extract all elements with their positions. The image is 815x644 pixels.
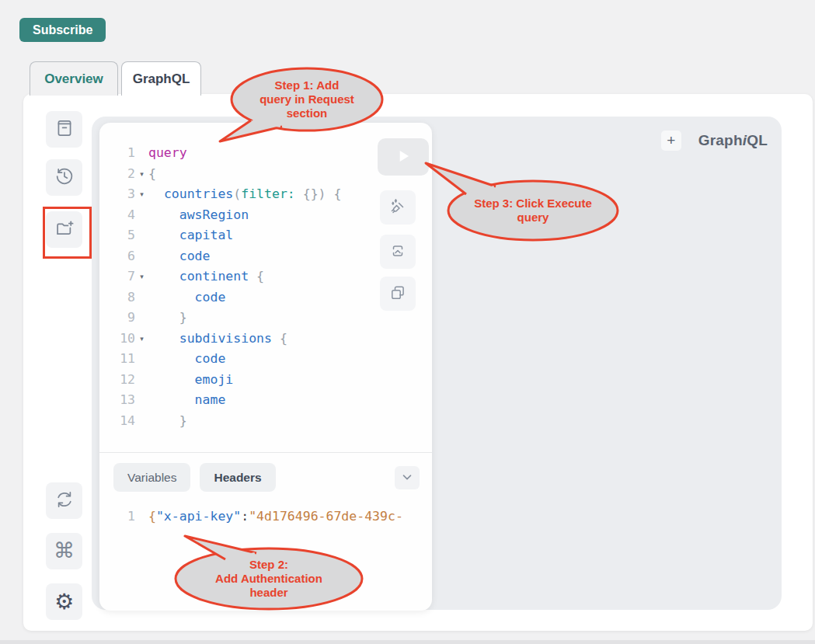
query-editor[interactable]: 1query2▾{3▾ countries(filter: {}) {4 aws… [110, 143, 371, 431]
code-line: 11 code [110, 349, 371, 370]
session-header: + GraphiQL [661, 131, 768, 151]
copy-button[interactable] [380, 277, 416, 311]
code-line: 13 name [110, 390, 371, 411]
docs-button[interactable] [46, 111, 82, 148]
code-line: 7▾ continent { [110, 266, 371, 287]
docs-icon [54, 118, 75, 141]
bottom-strip [0, 640, 815, 644]
editor-card: 1query2▾{3▾ countries(filter: {}) {4 aws… [99, 123, 432, 611]
code-line: 5 capital [110, 225, 371, 246]
settings-button[interactable]: ⚙ [46, 583, 82, 620]
code-line: 10▾ subdivisions { [110, 329, 371, 350]
tab-graphql-label: GraphQL [133, 71, 190, 87]
red-highlight-box [43, 207, 92, 259]
history-icon [54, 166, 75, 189]
prettify-icon [388, 197, 407, 218]
tab-overview[interactable]: Overview [30, 61, 118, 96]
collapse-editor-button[interactable] [395, 466, 420, 489]
merge-icon [388, 242, 407, 263]
shortcuts-button[interactable]: ⌘ [46, 533, 82, 569]
code-line: 2▾{ [110, 164, 371, 185]
merge-fragments-button[interactable] [380, 235, 416, 269]
secondary-editor-tabs: Variables Headers [113, 463, 276, 492]
refetch-schema-button[interactable] [46, 482, 82, 519]
code-line: 9 } [110, 308, 371, 329]
subscribe-button[interactable]: Subscribe [19, 18, 106, 42]
history-button[interactable] [46, 159, 82, 196]
graphiql-session: + GraphiQL 1query2▾{3▾ countries(filter:… [92, 117, 782, 610]
code-line: 14 } [110, 411, 371, 432]
editor-divider [99, 452, 432, 453]
code-line: 4 awsRegion [110, 205, 371, 226]
execute-button[interactable] [378, 138, 429, 176]
play-icon [393, 146, 413, 169]
variables-tab[interactable]: Variables [113, 463, 190, 492]
gear-icon: ⚙ [54, 591, 74, 613]
graphiql-logo: GraphiQL [698, 132, 768, 149]
prettify-button[interactable] [380, 190, 416, 225]
headers-tab[interactable]: Headers [200, 463, 275, 492]
code-line: 8 code [110, 287, 371, 308]
page: Subscribe Overview GraphQL [0, 0, 815, 644]
code-line: 12 emoji [110, 370, 371, 391]
refresh-icon [54, 489, 75, 512]
code-line: 1{"x-api-key":"4d176496-67de-439c- [110, 506, 427, 527]
code-line: 3▾ countries(filter: {}) { [110, 184, 371, 205]
headers-editor[interactable]: 1{"x-api-key":"4d176496-67de-439c- [110, 506, 427, 527]
command-icon: ⌘ [54, 541, 75, 562]
tab-graphql[interactable]: GraphQL [121, 61, 201, 96]
chevron-down-icon [400, 470, 414, 486]
tab-overview-label: Overview [44, 71, 103, 87]
copy-icon [388, 284, 407, 305]
add-tab-button[interactable]: + [661, 131, 681, 151]
code-line: 1query [110, 143, 371, 164]
code-line: 6 code [110, 246, 371, 267]
